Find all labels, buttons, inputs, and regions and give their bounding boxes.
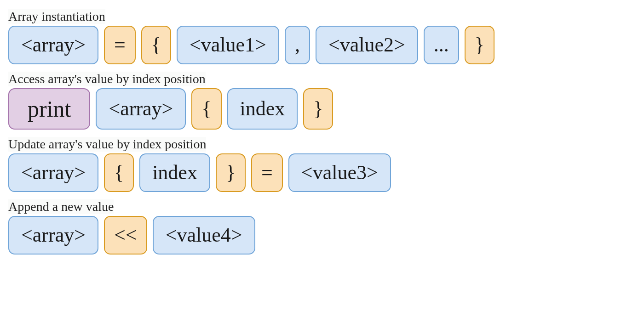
token-value3: <value3> <box>288 153 391 192</box>
token-array-var: <array> <box>8 26 98 64</box>
section-instantiation: Array instantiation <array> = { <value1>… <box>5 5 639 64</box>
token-index: index <box>227 88 298 130</box>
row-update: <array> { index } = <value3> <box>5 153 639 192</box>
token-array-var: <array> <box>8 216 98 254</box>
token-rbrace: } <box>216 153 246 192</box>
token-value4: <value4> <box>153 216 255 254</box>
section-access: Access array's value by index position p… <box>5 67 639 130</box>
token-array-var: <array> <box>96 88 186 130</box>
token-push-op: << <box>104 216 147 254</box>
token-comma: , <box>285 26 310 64</box>
token-lbrace: { <box>141 26 171 64</box>
label-append: Append a new value <box>8 199 114 214</box>
section-append: Append a new value <array> << <value4> <box>5 195 639 254</box>
row-instantiation: <array> = { <value1> , <value2> ... } <box>5 26 639 64</box>
token-value1: <value1> <box>177 26 279 64</box>
token-ellipsis: ... <box>424 26 459 64</box>
section-update: Update array's value by index position <… <box>5 132 639 192</box>
token-print-keyword: print <box>8 88 90 130</box>
token-lbrace: { <box>104 153 134 192</box>
token-array-var: <array> <box>8 153 98 192</box>
label-instantiation: Array instantiation <box>8 9 105 24</box>
token-rbrace: } <box>465 26 494 64</box>
token-lbrace: { <box>191 88 221 130</box>
label-access: Access array's value by index position <box>8 72 206 86</box>
row-access: print <array> { index } <box>5 88 639 130</box>
token-equals-op: = <box>251 153 283 192</box>
token-index: index <box>139 153 210 192</box>
token-equals-op: = <box>104 26 136 64</box>
token-value2: <value2> <box>316 26 418 64</box>
token-rbrace: } <box>303 88 333 130</box>
label-update: Update array's value by index position <box>8 137 206 152</box>
row-append: <array> << <value4> <box>5 216 639 254</box>
